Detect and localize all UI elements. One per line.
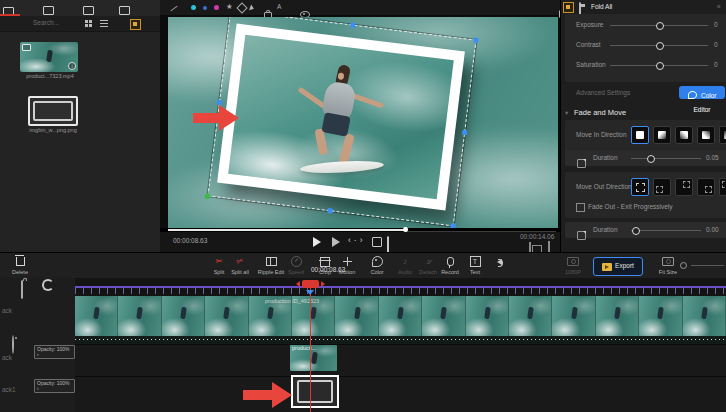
exposure-slider[interactable] — [610, 25, 708, 26]
handle-top-mid[interactable] — [350, 22, 356, 28]
mixer-button[interactable] — [481, 256, 517, 267]
zoom-out-icon[interactable] — [680, 262, 687, 269]
move-out-dir-5[interactable] — [719, 178, 726, 196]
tag-icon[interactable] — [236, 2, 247, 13]
step-forward-button[interactable] — [332, 237, 340, 247]
saturation-slider[interactable] — [610, 65, 708, 66]
ripple-edit-icon — [266, 257, 277, 266]
playhead-head[interactable] — [302, 280, 319, 288]
track-visibility-icon[interactable] — [12, 335, 14, 354]
duration-out-row: Duration 0.00 — [565, 222, 726, 238]
handle-bottom-mid[interactable] — [327, 208, 333, 214]
move-in-dir-5[interactable] — [719, 126, 726, 144]
effects-icon — [119, 6, 130, 15]
color-editor-button[interactable]: Color Editor — [679, 86, 725, 99]
motion-icon — [343, 257, 352, 266]
duration-in-value: 0.05 — [706, 155, 719, 162]
move-out-label: Move Out Direction — [576, 184, 632, 191]
pip-track-row[interactable] — [75, 344, 726, 377]
track-lock-icon[interactable] — [21, 280, 23, 299]
duration-in-row: Duration 0.05 — [565, 150, 726, 166]
annotation-arrow-timeline — [243, 382, 293, 408]
playhead-time: 00:00:08.63 — [311, 267, 345, 274]
exposure-value: 0 — [714, 22, 718, 29]
exposure-handle[interactable] — [656, 22, 664, 30]
play-button[interactable] — [313, 237, 321, 247]
star-icon[interactable]: ★ — [226, 3, 233, 11]
info-icon[interactable]: i — [68, 62, 76, 70]
move-out-dir-3[interactable] — [675, 178, 693, 196]
handle-top-right[interactable] — [473, 37, 479, 43]
fold-all-label[interactable]: Fold All — [591, 4, 612, 11]
playhead-right-arrow[interactable] — [321, 281, 325, 287]
panel-collapse-icon[interactable] — [130, 19, 141, 30]
grid-view-icon[interactable] — [85, 20, 92, 27]
media-item-video[interactable]: i — [20, 42, 78, 72]
media-item-image[interactable] — [28, 96, 78, 126]
surfer-figure — [311, 351, 318, 364]
pip-track1-row[interactable] — [75, 376, 726, 412]
list-view-icon[interactable] — [100, 20, 108, 27]
export-button[interactable]: Export — [593, 257, 643, 276]
pip-track1-label: ack1 — [2, 387, 16, 394]
resolution-button[interactable]: 1080P — [555, 256, 591, 275]
prev-next-frame-buttons[interactable]: ‹·› — [348, 236, 366, 245]
text-label: Text — [457, 269, 493, 275]
fade-out-checkbox[interactable] — [576, 203, 585, 212]
blue-marker-icon[interactable] — [203, 6, 207, 10]
camera-badge-icon — [22, 44, 31, 51]
contrast-handle[interactable] — [656, 42, 664, 50]
duration-out-slider[interactable] — [631, 230, 701, 231]
chevron-right-icon: › — [37, 385, 39, 391]
opacity-badge-2[interactable]: Opacity: 100% › — [34, 379, 75, 393]
move-out-dir-2[interactable] — [653, 178, 671, 196]
edit-toolbar: Delete ✂ Split ✂ Split all Ripple Edit S… — [0, 252, 726, 280]
playhead-line[interactable] — [310, 286, 311, 412]
move-in-dir-3[interactable] — [675, 126, 693, 144]
snapshot-button[interactable] — [372, 237, 382, 247]
duration-in-handle[interactable] — [647, 155, 655, 163]
section-collapse-caret[interactable]: ▾ — [565, 110, 568, 117]
magenta-marker-icon[interactable] — [214, 5, 219, 10]
playhead-left-arrow[interactable] — [296, 281, 300, 287]
timeline-ruler[interactable] — [75, 278, 726, 296]
pip-video-clip[interactable]: producti... — [290, 345, 337, 371]
panel-toggle-icon[interactable] — [563, 2, 574, 13]
search-input[interactable]: Search... — [33, 20, 59, 27]
duration-in-icon — [577, 159, 586, 168]
delete-button[interactable]: Delete — [2, 256, 38, 275]
move-in-dir-4[interactable] — [697, 126, 715, 144]
opacity-badge-1[interactable]: Opacity: 100% › — [34, 345, 75, 359]
panel-more-icon[interactable]: ≡ — [717, 4, 721, 11]
transitions-icon — [43, 6, 54, 15]
contrast-value: 0 — [714, 42, 718, 49]
audio-wave-strip — [75, 336, 726, 344]
move-out-dir-4[interactable] — [697, 178, 715, 196]
align-icon[interactable]: A — [277, 4, 281, 11]
draw-line-icon[interactable] — [170, 6, 177, 11]
duration-out-handle[interactable] — [632, 227, 640, 235]
move-in-dir-1[interactable] — [631, 126, 649, 144]
media-panel: rary Transitions Titles Effects Search..… — [0, 0, 161, 252]
duration-in-slider[interactable] — [631, 158, 701, 159]
cyan-marker-icon[interactable] — [191, 5, 196, 10]
fit-size-label: Fit Size — [650, 269, 686, 275]
handle-right-mid[interactable] — [462, 130, 468, 136]
selection-box[interactable] — [207, 17, 476, 226]
move-out-dir-1[interactable] — [631, 178, 649, 196]
move-in-dir-2[interactable] — [653, 126, 671, 144]
microphone-icon — [447, 257, 454, 266]
playhead-marker-triangle — [306, 290, 314, 295]
advanced-settings-link[interactable]: Advanced Settings — [576, 90, 630, 97]
contrast-slider[interactable] — [610, 45, 708, 46]
png-frame-thumbnail — [28, 96, 78, 126]
exposure-label: Exposure — [576, 22, 603, 29]
video-filmstrip[interactable] — [75, 296, 726, 336]
saturation-handle[interactable] — [656, 62, 664, 70]
delete-label: Delete — [2, 269, 38, 275]
contrast-label: Contrast — [576, 42, 601, 49]
selected-png-clip[interactable] — [291, 375, 339, 408]
timeline-zoom-slider[interactable] — [691, 265, 724, 266]
render-loop-icon[interactable] — [42, 279, 54, 291]
cursor-icon[interactable] — [249, 4, 255, 11]
